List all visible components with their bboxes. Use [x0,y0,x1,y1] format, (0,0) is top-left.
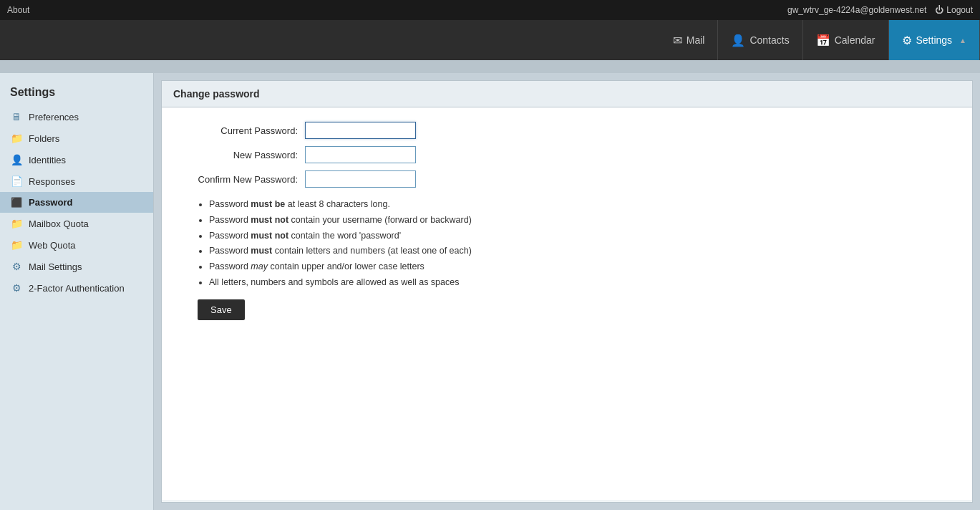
rule-5: Password may contain upper and/or lower … [209,260,958,274]
sidebar-mail-settings-label: Mail Settings [29,261,82,272]
top-bar-right: gw_wtrv_ge-4224a@goldenwest.net ⏻ Logout [787,5,973,15]
rule-3: Password must not contain the word 'pass… [209,229,958,243]
sidebar-2fa-label: 2-Factor Authentication [29,283,125,294]
sidebar-identities-label: Identities [29,155,66,165]
mail-icon: ✉ [673,34,682,47]
nav-calendar-label: Calendar [835,34,875,46]
sidebar-item-folders[interactable]: 📁 Folders [0,128,153,149]
sidebar-item-mail-settings[interactable]: ⚙ Mail Settings [0,256,153,277]
about-link[interactable]: About [7,5,29,15]
sidebar-item-preferences[interactable]: 🖥 Preferences [0,106,153,128]
sidebar: Settings 🖥 Preferences 📁 Folders 👤 Ident… [0,73,154,510]
confirm-password-row: Confirm New Password: [176,170,958,188]
mailbox-quota-icon: 📁 [10,218,23,229]
gray-divider [0,60,980,73]
current-password-row: Current Password: [176,122,958,139]
sidebar-title: Settings [0,80,153,106]
mail-settings-icon: ⚙ [10,261,23,272]
sidebar-item-mailbox-quota[interactable]: 📁 Mailbox Quota [0,213,153,234]
content-header: Change password [162,81,972,107]
sidebar-web-quota-label: Web Quota [29,240,76,251]
sidebar-item-web-quota[interactable]: 📁 Web Quota [0,234,153,256]
nav-mail-label: Mail [687,34,705,46]
sidebar-password-label: Password [29,197,72,208]
nav-item-settings[interactable]: ⚙ Settings ▲ [889,20,981,60]
rule-6: All letters, numbers and symbols are all… [209,276,958,289]
main-layout: Settings 🖥 Preferences 📁 Folders 👤 Ident… [0,73,980,510]
sidebar-folders-label: Folders [29,133,59,144]
rule-4: Password must contain letters and number… [209,244,958,258]
folder-icon: 📁 [10,133,23,144]
power-icon: ⏻ [935,5,943,15]
top-bar: About gw_wtrv_ge-4224a@goldenwest.net ⏻ … [0,0,980,20]
current-password-label: Current Password: [176,125,305,136]
save-button[interactable]: Save [198,299,245,320]
sidebar-mailbox-quota-label: Mailbox Quota [29,218,89,229]
confirm-password-label: Confirm New Password: [176,174,305,185]
sidebar-preferences-label: Preferences [29,112,79,122]
content-body: Current Password: New Password: Confirm … [162,107,972,500]
key-icon: ⬛ [10,197,23,208]
change-password-title: Change password [173,88,260,100]
rule-1: Password must be at least 8 characters l… [209,198,958,211]
sidebar-item-2fa[interactable]: ⚙ 2-Factor Authentication [0,277,153,299]
rule-2: Password must not contain your username … [209,213,958,227]
2fa-icon: ⚙ [10,282,23,294]
calendar-icon: 📅 [816,34,830,47]
document-icon: 📄 [10,175,23,187]
sidebar-item-identities[interactable]: 👤 Identities [0,149,153,170]
current-password-input[interactable] [305,122,416,139]
logout-label: Logout [946,5,973,15]
web-quota-icon: 📁 [10,239,23,251]
nav-bar: ✉ Mail 👤 Contacts 📅 Calendar ⚙ Settings … [0,20,980,60]
content-panel: Change password Current Password: New Pa… [161,80,973,503]
logout-button[interactable]: ⏻ Logout [935,5,973,15]
sidebar-item-responses[interactable]: 📄 Responses [0,170,153,192]
nav-settings-label: Settings [916,34,953,46]
person-icon: 👤 [10,154,23,165]
contacts-icon: 👤 [731,34,745,47]
new-password-row: New Password: [176,146,958,163]
nav-item-contacts[interactable]: 👤 Contacts [718,20,802,60]
nav-item-calendar[interactable]: 📅 Calendar [803,20,889,60]
chevron-up-icon: ▲ [959,37,966,44]
monitor-icon: 🖥 [10,111,23,122]
sidebar-responses-label: Responses [29,176,75,187]
password-rules-list: Password must be at least 8 characters l… [198,198,958,289]
sidebar-item-password[interactable]: ⬛ Password [0,192,153,213]
confirm-password-input[interactable] [305,170,416,188]
nav-contacts-label: Contacts [749,34,789,46]
nav-item-mail[interactable]: ✉ Mail [660,20,719,60]
settings-icon: ⚙ [902,34,912,47]
user-email: gw_wtrv_ge-4224a@goldenwest.net [787,5,926,15]
new-password-input[interactable] [305,146,416,163]
top-bar-left: About [7,5,29,15]
new-password-label: New Password: [176,150,305,160]
